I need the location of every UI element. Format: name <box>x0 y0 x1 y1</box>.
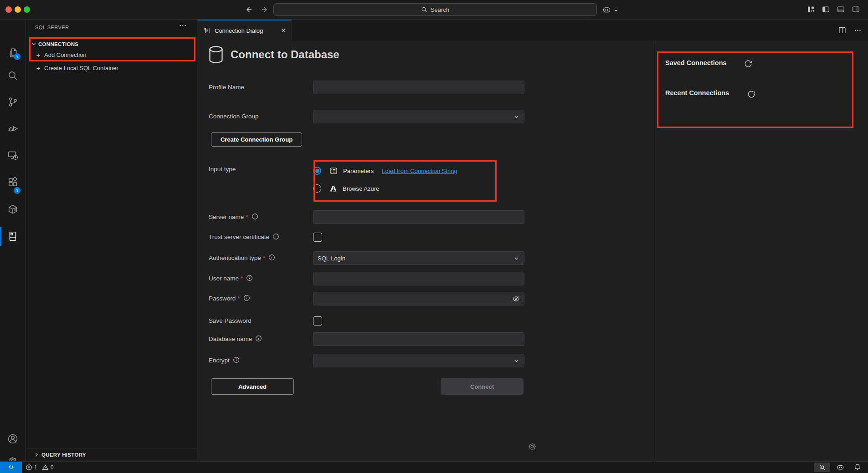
search-view-icon[interactable] <box>7 70 19 81</box>
chevron-down-icon <box>513 357 520 364</box>
trust-server-certificate-checkbox[interactable] <box>313 233 322 242</box>
copilot-icon[interactable] <box>602 5 611 14</box>
form-label-input-type: Input type <box>209 163 236 176</box>
sidebar-more-actions[interactable]: ⋯ <box>179 21 187 30</box>
form-label-server-name: Server name* <box>209 210 258 224</box>
traffic-minimize-button[interactable] <box>15 6 21 13</box>
password-visibility-toggle-icon[interactable] <box>512 295 520 303</box>
create-connection-group-button[interactable]: Create Connection Group <box>211 132 302 147</box>
info-icon[interactable] <box>268 254 275 261</box>
radio-button[interactable] <box>313 184 321 193</box>
advanced-button[interactable]: Advanced <box>211 378 294 395</box>
server-name-input[interactable] <box>313 210 524 224</box>
search-input[interactable]: Search <box>273 3 597 16</box>
chevron-down-icon[interactable] <box>613 8 619 13</box>
chevron-down-icon <box>513 255 520 262</box>
info-icon[interactable] <box>233 356 240 363</box>
plus-icon: + <box>35 51 41 59</box>
connect-button[interactable]: Connect <box>441 378 524 395</box>
refresh-icon[interactable] <box>744 60 752 68</box>
form-row-input-type: Input typeParametersLoad from Connection… <box>209 163 537 206</box>
accounts-icon[interactable] <box>7 433 19 445</box>
plus-icon: + <box>35 64 41 72</box>
copilot-status-icon[interactable] <box>837 463 844 471</box>
form-row-user-name: User name* <box>209 272 537 285</box>
password-input[interactable] <box>313 292 524 305</box>
profile-name-input[interactable] <box>313 81 524 94</box>
info-icon[interactable] <box>252 213 258 220</box>
status-bar: 1 0 <box>0 461 868 473</box>
layout-panel-bottom-icon[interactable] <box>837 5 845 13</box>
chevron-down-icon <box>31 41 36 47</box>
split-editor-icon[interactable] <box>838 26 846 34</box>
traffic-zoom-button[interactable] <box>24 6 30 13</box>
form-label-connection-group: Connection Group <box>209 110 259 123</box>
sidebar-title: SQL SERVER <box>35 25 69 30</box>
run-and-debug-icon[interactable] <box>7 122 19 134</box>
sidebar-item-add-connection[interactable]: + Add Connection <box>26 50 197 60</box>
query-history-section-header[interactable]: QUERY HISTORY <box>26 448 197 461</box>
database-name-input[interactable] <box>313 332 524 346</box>
layout-customize-icon[interactable] <box>807 5 815 13</box>
layout-sidebar-right-icon[interactable] <box>852 5 860 13</box>
info-icon[interactable] <box>243 295 250 301</box>
form-row-server-name: Server name* <box>209 210 537 224</box>
load-from-connection-string-link[interactable]: Load from Connection String <box>382 168 457 174</box>
info-icon[interactable] <box>255 335 262 342</box>
problems-status[interactable]: 1 0 <box>26 462 53 473</box>
editor-tab-bar: Connection Dialog <box>197 20 868 41</box>
info-icon[interactable] <box>272 233 279 240</box>
layout-sidebar-left-icon[interactable] <box>822 5 830 13</box>
webview-settings-gear-icon[interactable] <box>527 441 538 452</box>
radio-option-label: Parameters <box>343 168 374 174</box>
encrypt-select[interactable] <box>313 354 524 367</box>
recent-connections-header: Recent Connections <box>665 89 729 97</box>
source-control-icon[interactable] <box>7 96 19 108</box>
form-row-database-name: Database name <box>209 332 537 346</box>
tab-close-icon[interactable] <box>280 27 287 34</box>
authentication-type-select[interactable]: SQL Login <box>313 251 524 265</box>
tab-label: Connection Dialog <box>215 27 263 34</box>
database-icon <box>208 46 224 64</box>
form-label-password: Password* <box>209 292 250 305</box>
connection-group-select[interactable] <box>313 110 524 123</box>
title-bar: Search <box>0 0 868 20</box>
form-row-authentication-type: Authentication type*SQL Login <box>209 251 537 265</box>
zoom-in-status-button[interactable] <box>814 463 830 472</box>
vscode-window: Search 1 <box>0 0 868 473</box>
extensions-icon[interactable] <box>7 176 19 188</box>
remote-explorer-icon[interactable] <box>7 149 19 161</box>
bell-icon[interactable] <box>854 463 861 471</box>
required-asterisk: * <box>263 254 265 261</box>
required-asterisk: * <box>237 295 240 302</box>
user-name-input[interactable] <box>313 272 524 285</box>
activity-bar: 1 1 <box>0 20 26 461</box>
radio-button[interactable] <box>313 167 321 175</box>
search-icon <box>421 6 427 13</box>
back-arrow-icon[interactable] <box>245 5 254 14</box>
form-row-save-password: Save Password <box>209 314 537 328</box>
connections-section-header[interactable]: CONNECTIONS <box>26 39 197 49</box>
containers-icon[interactable] <box>7 203 19 215</box>
info-icon[interactable] <box>246 275 253 281</box>
form-label-authentication-type: Authentication type* <box>209 251 275 265</box>
refresh-icon[interactable] <box>747 90 755 98</box>
field-value: SQL Login <box>318 255 345 262</box>
error-count: 1 <box>34 464 37 471</box>
search-placeholder: Search <box>431 6 449 13</box>
traffic-close-button[interactable] <box>5 6 12 13</box>
form-label-save-password: Save Password <box>209 314 252 328</box>
sidebar-item-create-local-sql-container[interactable]: + Create Local SQL Container <box>26 63 197 73</box>
save-password-checkbox[interactable] <box>313 316 322 326</box>
sql-server-icon[interactable] <box>7 230 19 242</box>
chevron-right-icon <box>34 452 39 458</box>
tab-connection-dialog[interactable]: Connection Dialog <box>197 20 292 41</box>
form-row-trust-server-certificate: Trust server certificate <box>209 230 537 244</box>
connection-dialog-webview <box>197 41 868 461</box>
forward-arrow-icon[interactable] <box>260 5 269 14</box>
more-actions-icon[interactable] <box>854 26 862 34</box>
parameters-form-icon <box>329 167 338 175</box>
required-asterisk: * <box>246 214 248 220</box>
remote-indicator[interactable] <box>0 462 22 473</box>
sidebar-sql-server: SQL SERVER ⋯ CONNECTIONS + Add Connectio… <box>26 20 197 461</box>
